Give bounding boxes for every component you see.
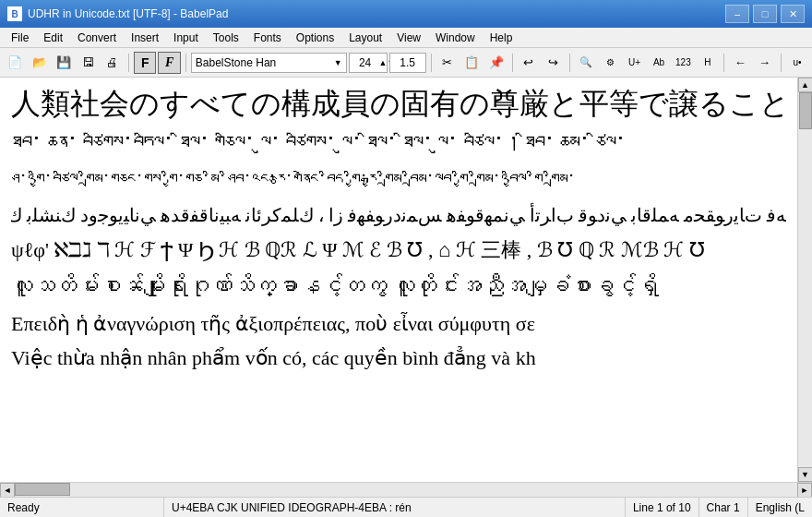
scroll-track[interactable] <box>798 92 812 467</box>
status-line: Line 1 of 10 <box>626 498 699 517</box>
abc-button[interactable]: 123 <box>672 52 694 74</box>
save-as-button[interactable]: 🖫 <box>77 52 99 74</box>
menu-edit[interactable]: Edit <box>36 28 70 47</box>
font-name-selector[interactable]: BabelStone Han ▼ <box>191 53 347 73</box>
title-bar: B UDHR in Unicode.txt [UTF-8] - BabelPad… <box>0 0 812 28</box>
menu-bar: File Edit Convert Insert Input Tools Fon… <box>0 28 812 48</box>
find-button[interactable]: 🔍 <box>575 52 597 74</box>
separator-6 <box>723 54 724 72</box>
separator-3 <box>431 54 432 72</box>
separator-5 <box>569 54 570 72</box>
new-button[interactable]: 📄 <box>4 52 26 74</box>
h-scroll-track[interactable] <box>15 483 797 497</box>
menu-fonts[interactable]: Fonts <box>246 28 289 47</box>
horizontal-scrollbar[interactable]: ◄ ► <box>0 482 812 497</box>
scroll-left-button[interactable]: ◄ <box>0 483 15 498</box>
charset-button[interactable]: Ab <box>648 52 670 74</box>
unicode-button[interactable]: U+ <box>623 52 645 74</box>
separator-2 <box>185 54 186 72</box>
bold-button[interactable]: F <box>134 52 156 74</box>
arrow-left-button[interactable]: ← <box>729 52 751 74</box>
open-button[interactable]: 📂 <box>28 52 50 74</box>
list-item: ཐིབ་ ཆན་ བཙིགས་བཏིལ་ ཐིལ་ གཅིལ་ ལུ་ བཙིག… <box>11 126 786 162</box>
text-editor[interactable]: 人類社会のすべての構成員の固有の尊厳と平等で譲ること ཐིབ་ ཆན་ བཙིག… <box>0 78 797 482</box>
menu-help[interactable]: Help <box>483 28 520 47</box>
menu-input[interactable]: Input <box>166 28 206 47</box>
scroll-up-button[interactable]: ▲ <box>798 78 813 92</box>
cut-button[interactable]: ✂ <box>436 52 459 74</box>
scroll-down-button[interactable]: ▼ <box>798 467 813 482</box>
status-bar: Ready U+4EBA CJK UNIFIED IDEOGRAPH-4EBA … <box>0 497 812 517</box>
list-item: Việc thừa nhận nhân phẩm vốn có, các quy… <box>11 342 786 374</box>
scroll-right-button[interactable]: ► <box>797 483 812 498</box>
menu-view[interactable]: View <box>389 28 428 47</box>
line-spacing-input[interactable] <box>389 53 426 73</box>
separator-4 <box>512 54 513 72</box>
redo-button[interactable]: ↪ <box>542 52 564 74</box>
paste-button[interactable]: 📌 <box>484 52 507 74</box>
status-ready: Ready <box>0 498 164 517</box>
list-item: 人類社会のすべての構成員の固有の尊厳と平等で譲ること <box>11 85 786 124</box>
menu-file[interactable]: File <box>4 28 36 47</box>
copy-button[interactable]: 📋 <box>460 52 483 74</box>
list-item: ψℓφ' ℵℶℷ ℸ ℋ ℱ Ϯ Ψ Ϧ ℋ ℬ ℚℛ ℒ Ψ ℳ ℰ ℬ ℧ … <box>11 234 786 266</box>
special-button[interactable]: u• <box>786 52 808 74</box>
list-item: လူသတိမ်းစၢၼ်မျိုးရိုးဂုဏ်သိက္ခာနင့်တကွ လ… <box>11 268 786 306</box>
list-item: ཤ་འགྱི་བཙིལ་གྲིམ་གཅང་གས་གྱི་གཅ་མི་ཤིབ་འང… <box>11 163 786 197</box>
main-content: 人類社会のすべての構成員の固有の尊厳と平等で譲ること ཐིབ་ ཆན་ བཙིག… <box>0 78 812 482</box>
char-info-button[interactable]: ⚙ <box>599 52 621 74</box>
minimize-button[interactable]: – <box>725 5 749 23</box>
font-size-input[interactable]: ▲▼ <box>349 53 388 73</box>
list-item: ﻪﻓ ﺕﺎﻳﺭﻮﻘﺤﻣ ﻪﻤﻠﻗﺎﺑ ﻲﻧﺩﻮﻗ ﺏﺍﺮﺗﺃ ﻲﻧﻤﻬﻗﻮﻔﻫ … <box>11 198 786 232</box>
menu-window[interactable]: Window <box>428 28 483 47</box>
h-scroll-thumb[interactable] <box>15 483 70 496</box>
menu-tools[interactable]: Tools <box>206 28 246 47</box>
status-language: English (L <box>748 498 812 517</box>
maximize-button[interactable]: □ <box>753 5 777 23</box>
list-item: Επειδὴ ἡ ἀναγνώριση τῆς ἀξιοπρέπειας, πο… <box>11 307 786 340</box>
separator-1 <box>128 54 129 72</box>
menu-options[interactable]: Options <box>289 28 341 47</box>
italic-button[interactable]: F <box>158 52 180 74</box>
status-position: U+4EBA CJK UNIFIED IDEOGRAPH-4EBA : rén <box>164 498 626 517</box>
vertical-scrollbar[interactable]: ▲ ▼ <box>797 78 812 482</box>
status-char: Char 1 <box>699 498 748 517</box>
save-button[interactable]: 💾 <box>53 52 75 74</box>
print-button[interactable]: 🖨 <box>102 52 124 74</box>
menu-layout[interactable]: Layout <box>341 28 389 47</box>
separator-7 <box>781 54 782 72</box>
title-bar-buttons: – □ ✕ <box>725 5 805 23</box>
title-bar-text: UDHR in Unicode.txt [UTF-8] - BabelPad <box>28 7 725 20</box>
app-icon: B <box>7 6 22 21</box>
arrow-right-button[interactable]: → <box>753 52 775 74</box>
menu-convert[interactable]: Convert <box>70 28 124 47</box>
h-button[interactable]: H <box>697 52 719 74</box>
toolbar: 📄 📂 💾 🖫 🖨 F F BabelStone Han ▼ ▲▼ ✂ 📋 📌 … <box>0 48 812 78</box>
font-size-field[interactable] <box>352 56 379 69</box>
close-button[interactable]: ✕ <box>781 5 805 23</box>
scroll-thumb[interactable] <box>799 92 812 129</box>
undo-button[interactable]: ↩ <box>518 52 540 74</box>
menu-insert[interactable]: Insert <box>124 28 166 47</box>
line-spacing-field[interactable] <box>392 56 424 69</box>
